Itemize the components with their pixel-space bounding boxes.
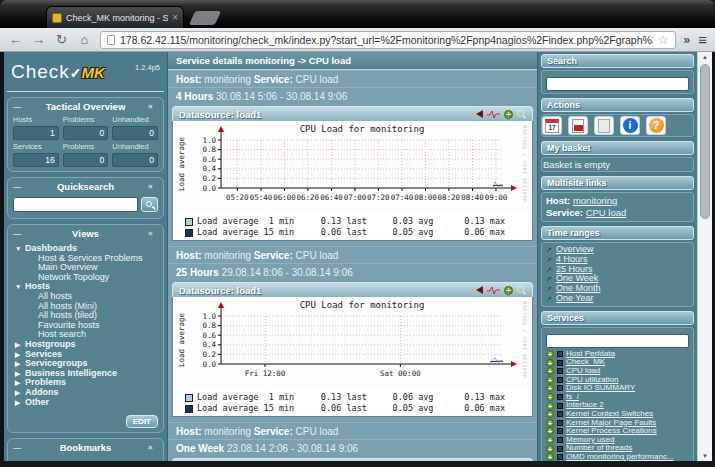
checkmk-logo[interactable]: Check✓MK 1.2.4p5 [7,55,164,92]
basket-add-icon[interactable]: + [546,376,554,384]
service-link[interactable]: Kernel Context Switches [566,410,653,419]
sound-icon[interactable] [476,110,483,118]
add-graph-icon[interactable]: + [504,110,513,119]
views-tree-item[interactable]: ▼ Hosts [15,282,158,292]
minimize-icon[interactable]: — [13,443,23,452]
tactical-value[interactable]: 0 [63,153,109,167]
tactical-header: Unhandled [112,142,158,151]
reload-icon[interactable]: ↻ [54,33,69,46]
browser-tab[interactable]: Check_MK monitoring - S × [46,6,184,28]
timerange-link[interactable]: One Year [556,294,594,304]
basket-add-icon[interactable]: + [546,384,554,392]
scrollbar-thumb[interactable] [700,64,710,219]
tactical-value[interactable]: 0 [112,126,158,140]
add-graph-icon[interactable]: + [504,286,513,295]
service-link-row[interactable]: + Interface 2 [546,401,689,410]
service-link[interactable]: Kernel Major Page Faults [566,419,656,428]
service-link-row[interactable]: + OMD monitoring performanc... [546,453,689,461]
close-icon[interactable]: × [148,102,158,111]
service-link[interactable]: Check_MK [566,358,605,367]
back-icon[interactable]: ← [8,33,23,46]
browser-menu-icon[interactable]: ≡ [698,32,707,47]
zoom-graph-icon[interactable] [517,110,526,119]
url-text[interactable]: 178.62.42.115/monitoring/check_mk/index.… [120,34,653,46]
service-link[interactable]: Host Perfdata [566,350,615,359]
minimize-icon[interactable]: — [13,182,23,191]
multisite-host-link[interactable]: monitoring [573,195,617,206]
rrd-graph-4h[interactable]: 0.00.20.40.60.81.005:2005:4006:0006:2006… [172,121,533,241]
rrd-graph-25h[interactable]: 0.00.20.40.60.81.0Fri 12:00Sat 00:00CPU … [172,297,533,417]
views-tree-item[interactable]: Favourite hosts [15,321,158,331]
minimize-icon[interactable]: — [13,229,23,238]
extensions-overflow-icon[interactable]: » [684,33,691,47]
service-link-row[interactable]: + fs_/ [546,393,689,402]
export-action-button[interactable] [594,116,614,135]
service-link-row[interactable]: + Disk IO SUMMARY [546,384,689,393]
vertical-scrollbar[interactable]: ▲ ▼ [697,52,712,461]
tactical-value[interactable]: 0 [112,153,158,167]
service-link-row[interactable]: + Number of threads [546,444,689,453]
tactical-value[interactable]: 0 [63,126,109,140]
service-link[interactable]: Disk IO SUMMARY [566,384,635,393]
service-link[interactable]: OMD monitoring performanc... [566,453,674,461]
service-link-row[interactable]: + CPU load [546,367,689,376]
basket-add-icon[interactable]: + [546,402,554,410]
pdf-action-button[interactable] [568,116,588,135]
service-link[interactable]: CPU load [566,367,600,376]
service-link-row[interactable]: + Kernel Context Switches [546,410,689,419]
service-link-row[interactable]: + Check_MK [546,358,689,367]
basket-add-icon[interactable]: + [546,367,554,375]
minimize-icon[interactable]: — [13,102,23,111]
address-bar[interactable]: 178.62.42.115/monitoring/check_mk/index.… [100,31,676,49]
service-link-row[interactable]: + Kernel Major Page Faults [546,419,689,428]
service-link[interactable]: Interface 2 [566,401,604,410]
scroll-down-icon[interactable]: ▼ [698,451,712,461]
svg-text:06:00: 06:00 [273,193,296,202]
basket-add-icon[interactable]: + [546,350,554,358]
basket-add-icon[interactable]: + [546,436,554,444]
basket-add-icon[interactable]: + [546,445,554,453]
bookmark-star-icon[interactable]: ☆ [658,33,669,47]
service-link-row[interactable]: + Memory used [546,436,689,445]
basket-add-icon[interactable]: + [546,359,554,367]
service-link-row[interactable]: + Kernel Process Creations [546,427,689,436]
views-edit-button[interactable]: EDIT [126,415,158,428]
close-icon[interactable]: × [148,443,158,452]
home-icon[interactable]: ⌂ [77,33,92,46]
service-link[interactable]: fs_/ [566,393,579,402]
pnp-search-input[interactable] [546,77,689,91]
quicksearch-input[interactable] [13,197,138,212]
tab-close-icon[interactable]: × [172,13,178,23]
service-link[interactable]: Number of threads [566,444,632,453]
basket-add-icon[interactable]: + [546,453,554,461]
pulse-icon[interactable] [487,110,500,119]
new-tab-button[interactable] [189,11,222,25]
quicksearch-button[interactable] [141,197,158,212]
basket-add-icon[interactable]: + [546,393,554,401]
service-link-row[interactable]: + CPU utilization [546,376,689,385]
calendar-action-button[interactable]: 17 [542,116,562,135]
service-link[interactable]: Kernel Process Creations [566,427,657,436]
timerange-link-row[interactable]: ↗ One Year [546,294,689,304]
zoom-graph-icon[interactable] [517,286,526,295]
services-filter-input[interactable] [546,334,689,348]
service-link-row[interactable]: + Host Perfdata [546,350,689,359]
tactical-value[interactable]: 16 [13,153,59,167]
pulse-icon[interactable] [487,286,500,295]
sound-icon[interactable] [476,286,483,294]
forward-icon[interactable]: → [31,33,46,46]
info-action-button[interactable]: i [620,116,640,135]
basket-add-icon[interactable]: + [546,419,554,427]
views-tree-item[interactable]: ▶ Other [15,398,158,408]
close-icon[interactable]: × [148,182,158,191]
close-icon[interactable]: × [148,229,158,238]
basket-add-icon[interactable]: + [546,410,554,418]
tactical-value[interactable]: 1 [13,126,59,140]
scroll-up-icon[interactable]: ▲ [698,52,712,62]
help-action-button[interactable]: ? [646,116,666,135]
service-link[interactable]: Memory used [566,436,614,445]
datasource-label: Datasource: load1 [179,285,261,296]
basket-add-icon[interactable]: + [546,427,554,435]
multisite-service-link[interactable]: CPU load [586,207,627,218]
service-link[interactable]: CPU utilization [566,376,618,385]
